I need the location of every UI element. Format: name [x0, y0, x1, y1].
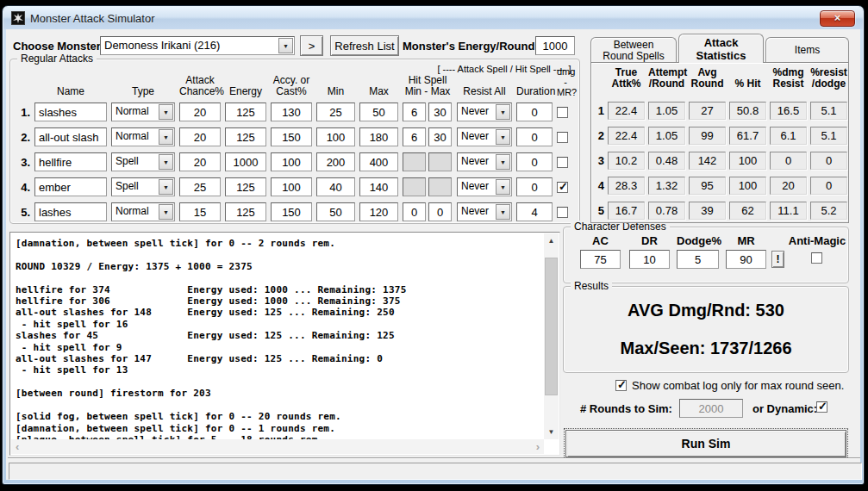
attack-name-input[interactable]: [34, 177, 107, 196]
attack-chance-input[interactable]: [179, 177, 221, 196]
chevron-down-icon[interactable]: ▼: [496, 129, 510, 145]
titlebar[interactable]: Monster Attack Simulator ×: [3, 7, 863, 29]
close-button[interactable]: ×: [820, 10, 855, 27]
duration-input[interactable]: [516, 127, 553, 146]
hit-spell-min-input[interactable]: [403, 127, 426, 146]
combat-log[interactable]: [damnation, between spell tick] for 0 --…: [9, 232, 560, 456]
attack-min-input[interactable]: [316, 202, 355, 221]
scroll-left-icon[interactable]: ‹: [16, 440, 19, 453]
chevron-down-icon[interactable]: ▼: [496, 104, 510, 120]
attack-min-input[interactable]: [316, 152, 355, 171]
chevron-down-icon[interactable]: ▼: [159, 204, 173, 220]
attack-type-select[interactable]: Normal▼: [111, 202, 175, 221]
resist-all-select[interactable]: Never▼: [457, 177, 512, 196]
attack-accy-input[interactable]: [271, 202, 312, 221]
mr-info-button[interactable]: !: [771, 251, 784, 268]
attack-type-select[interactable]: Spell▼: [111, 152, 175, 171]
resist-all-select[interactable]: Never▼: [457, 103, 512, 121]
duration-input[interactable]: [516, 152, 553, 171]
vertical-scrollbar[interactable]: ▲ ▼: [544, 233, 559, 439]
scroll-right-icon[interactable]: ›: [536, 440, 540, 453]
anti-magic-checkbox[interactable]: [811, 252, 822, 264]
attack-name-input[interactable]: [34, 202, 107, 221]
chevron-down-icon[interactable]: ▼: [159, 129, 173, 145]
hit-spell-min-input[interactable]: [403, 103, 426, 121]
attack-chance-input[interactable]: [179, 152, 221, 171]
attack-name-input[interactable]: [34, 103, 107, 121]
dr-input[interactable]: [629, 250, 670, 269]
attack-chance-input[interactable]: [179, 127, 221, 146]
hit-spell-max-input[interactable]: [428, 127, 452, 146]
dmg-mr-checkbox[interactable]: [557, 132, 568, 143]
duration-input[interactable]: [516, 202, 553, 221]
scroll-up-icon[interactable]: ▲: [544, 233, 559, 248]
dmg-mr-checkbox[interactable]: [557, 182, 568, 193]
hit-spell-cell: [403, 177, 453, 196]
attack-type-select[interactable]: Normal▼: [111, 127, 175, 146]
run-sim-button[interactable]: Run Sim: [565, 430, 846, 457]
attack-max-input[interactable]: [359, 177, 398, 196]
resist-all-select[interactable]: Never▼: [457, 127, 512, 146]
stat-row-number: 5: [594, 204, 604, 217]
attack-type-select[interactable]: Spell▼: [111, 177, 175, 196]
hit-spell-max-input[interactable]: [428, 202, 452, 221]
chevron-down-icon[interactable]: ▼: [496, 179, 510, 195]
chevron-down-icon[interactable]: ▼: [496, 204, 510, 220]
scrollbar-thumb[interactable]: [545, 258, 558, 395]
attack-energy-input[interactable]: [225, 152, 266, 171]
tab-attack-statistics[interactable]: Attack Statistics: [678, 34, 764, 63]
attack-min-input[interactable]: [316, 103, 355, 121]
duration-input[interactable]: [516, 177, 553, 196]
attack-energy-input[interactable]: [225, 103, 266, 121]
attack-name-input[interactable]: [34, 152, 107, 171]
stat-value: 99: [689, 127, 726, 145]
energy-per-round-input[interactable]: [535, 36, 575, 55]
dmg-mr-checkbox[interactable]: [557, 207, 568, 218]
dynamic-checkbox[interactable]: [816, 401, 827, 413]
attack-energy-input[interactable]: [225, 177, 266, 196]
results-legend: Results: [571, 280, 612, 292]
refresh-list-button[interactable]: Refresh List: [330, 35, 399, 56]
chevron-down-icon[interactable]: ▼: [159, 154, 173, 170]
attack-name-input[interactable]: [34, 127, 107, 146]
attack-min-input[interactable]: [316, 177, 355, 196]
scroll-down-icon[interactable]: ▼: [544, 425, 559, 439]
attack-accy-input[interactable]: [271, 127, 312, 146]
stat-row: 516.70.78396211.15.2: [594, 202, 846, 220]
attack-max-input[interactable]: [359, 202, 398, 221]
dmg-mr-checkbox[interactable]: [557, 157, 568, 168]
col-attack-chance: Attack Chance%: [179, 75, 221, 97]
tab-between-round-spells[interactable]: Between Round Spells: [590, 37, 677, 63]
hit-spell-max-input[interactable]: [428, 103, 452, 121]
resist-all-select[interactable]: Never▼: [457, 152, 512, 171]
attack-accy-input[interactable]: [271, 103, 312, 121]
dodge-input[interactable]: [677, 250, 719, 269]
chevron-down-icon[interactable]: ▼: [278, 38, 293, 53]
attack-type-select[interactable]: Normal▼: [111, 103, 175, 121]
tab-items[interactable]: Items: [765, 37, 849, 63]
attack-max-input[interactable]: [359, 152, 398, 171]
chevron-down-icon[interactable]: ▼: [496, 154, 510, 170]
dmg-mr-checkbox[interactable]: [557, 107, 568, 118]
horizontal-scrollbar[interactable]: ‹ ›: [11, 439, 544, 454]
attack-accy-input[interactable]: [271, 152, 312, 171]
attack-max-input[interactable]: [359, 127, 398, 146]
attack-energy-input[interactable]: [225, 127, 266, 146]
character-defenses-group: Character Defenses AC DR Dodge% MR ! Ant…: [563, 227, 849, 283]
chevron-down-icon[interactable]: ▼: [159, 179, 173, 195]
monster-select[interactable]: Demoness Irikani (216) ▼: [100, 36, 295, 55]
attack-chance-input[interactable]: [179, 202, 221, 221]
attack-accy-input[interactable]: [271, 177, 312, 196]
show-log-checkbox[interactable]: [615, 380, 627, 391]
attack-max-input[interactable]: [359, 103, 398, 121]
resist-all-select[interactable]: Never▼: [457, 202, 512, 221]
attack-min-input[interactable]: [316, 127, 355, 146]
ac-input[interactable]: [580, 250, 621, 269]
hit-spell-min-input[interactable]: [403, 202, 426, 221]
attack-chance-input[interactable]: [179, 103, 221, 121]
attack-energy-input[interactable]: [225, 202, 266, 221]
chevron-down-icon[interactable]: ▼: [159, 104, 173, 120]
expand-monster-button[interactable]: >: [300, 35, 323, 56]
duration-input[interactable]: [516, 103, 553, 121]
mr-input[interactable]: [726, 250, 766, 269]
